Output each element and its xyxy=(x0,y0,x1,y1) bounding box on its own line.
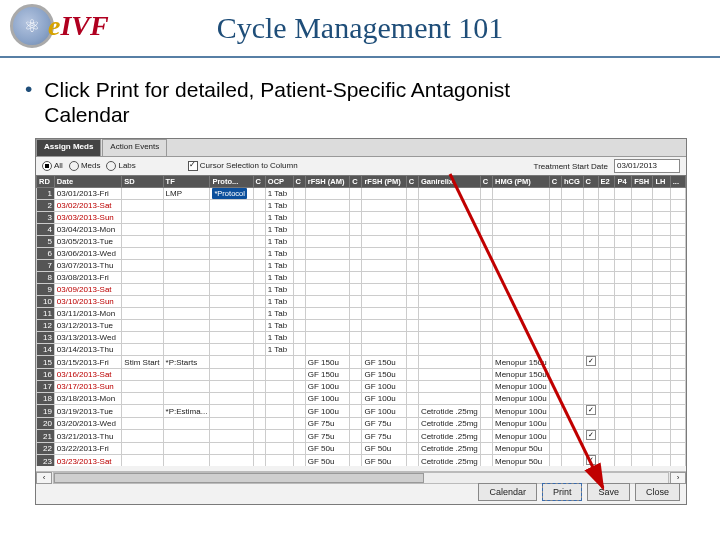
col-header[interactable]: Ganirelix xyxy=(418,176,480,188)
radio-meds[interactable]: Meds xyxy=(69,161,101,171)
col-header[interactable]: ... xyxy=(670,176,685,188)
table-row[interactable]: 1903/19/2013-Tue*P:Estima...GF 100uGF 10… xyxy=(37,405,686,418)
table-row[interactable]: 703/07/2013-Thu1 Tab xyxy=(37,260,686,272)
table-row[interactable]: 1203/12/2013-Tue1 Tab xyxy=(37,320,686,332)
table-row[interactable]: 1503/15/2013-FriStim Start*P:StartsGF 15… xyxy=(37,356,686,369)
col-header[interactable]: rFSH (AM) xyxy=(305,176,350,188)
col-header[interactable]: OCP xyxy=(265,176,293,188)
filter-row: All Meds Labs Cursor Selection to Column… xyxy=(36,157,686,175)
col-header[interactable]: RD xyxy=(37,176,55,188)
table-row[interactable]: 103/01/2013-FriLMP*Protocol1 Tab xyxy=(37,188,686,200)
col-header[interactable]: E2 xyxy=(598,176,615,188)
button-bar: Calendar Print Save Close xyxy=(478,483,680,501)
check-cursor-selection[interactable]: Cursor Selection to Column xyxy=(188,161,298,171)
col-header[interactable]: FSH xyxy=(632,176,653,188)
col-header[interactable]: hCG xyxy=(561,176,583,188)
bullet-dot-icon: • xyxy=(25,77,32,100)
table-row[interactable]: 1303/13/2013-Wed1 Tab xyxy=(37,332,686,344)
tab-action-events[interactable]: Action Events xyxy=(102,139,167,156)
table-row[interactable]: 1603/16/2013-SatGF 150uGF 150uMenopur 15… xyxy=(37,369,686,381)
table-row[interactable]: 1003/10/2013-Sun1 Tab xyxy=(37,296,686,308)
grid-wrap: RDDateSDTFProto...COCPCrFSH (AM)CrFSH (P… xyxy=(36,175,686,466)
col-header[interactable]: LH xyxy=(653,176,670,188)
table-row[interactable]: 2203/22/2013-FriGF 50uGF 50uCetrotide .2… xyxy=(37,443,686,455)
table-row[interactable]: 1103/11/2013-Mon1 Tab xyxy=(37,308,686,320)
col-header[interactable]: rFSH (PM) xyxy=(362,176,406,188)
tx-start-label: Treatment Start Date xyxy=(534,162,608,171)
table-row[interactable]: 1403/14/2013-Thu1 Tab xyxy=(37,344,686,356)
col-header[interactable]: C xyxy=(480,176,492,188)
app-window: Assign Meds Action Events All Meds Labs … xyxy=(35,138,687,505)
col-header[interactable]: C xyxy=(583,176,598,188)
col-header[interactable]: C xyxy=(406,176,418,188)
col-header[interactable]: SD xyxy=(122,176,163,188)
table-row[interactable]: 2003/20/2013-WedGF 75uGF 75uCetrotide .2… xyxy=(37,418,686,430)
col-header[interactable]: C xyxy=(293,176,305,188)
col-header[interactable]: TF xyxy=(163,176,210,188)
logo-ivf: IVF xyxy=(60,10,108,41)
table-row[interactable]: 2103/21/2013-ThuGF 75uGF 75uCetrotide .2… xyxy=(37,430,686,443)
table-row[interactable]: 2303/23/2013-SatGF 50uGF 50uCetrotide .2… xyxy=(37,455,686,467)
table-row[interactable]: 1703/17/2013-SunGF 100uGF 100uMenopur 10… xyxy=(37,381,686,393)
bullet-line2: Calendar xyxy=(44,102,510,127)
table-row[interactable]: 303/03/2013-Sun1 Tab xyxy=(37,212,686,224)
close-button[interactable]: Close xyxy=(635,483,680,501)
print-button[interactable]: Print xyxy=(542,483,583,501)
bullet-line1: Click Print for detailed, Patient-Specif… xyxy=(44,77,510,102)
radio-labs[interactable]: Labs xyxy=(106,161,135,171)
tab-strip: Assign Meds Action Events xyxy=(36,139,686,157)
table-row[interactable]: 203/02/2013-Sat1 Tab xyxy=(37,200,686,212)
save-button[interactable]: Save xyxy=(587,483,630,501)
tx-start-date-input[interactable]: 03/01/2013 xyxy=(614,159,680,173)
col-header[interactable]: P4 xyxy=(615,176,632,188)
calendar-button[interactable]: Calendar xyxy=(478,483,537,501)
meds-grid[interactable]: RDDateSDTFProto...COCPCrFSH (AM)CrFSH (P… xyxy=(36,175,686,466)
col-header[interactable]: C xyxy=(253,176,265,188)
table-row[interactable]: 603/06/2013-Wed1 Tab xyxy=(37,248,686,260)
col-header[interactable]: Date xyxy=(54,176,122,188)
table-row[interactable]: 503/05/2013-Tue1 Tab xyxy=(37,236,686,248)
logo-e: e xyxy=(48,10,60,41)
radio-all[interactable]: All xyxy=(42,161,63,171)
col-header[interactable]: C xyxy=(549,176,561,188)
col-header[interactable]: HMG (PM) xyxy=(493,176,550,188)
col-header[interactable]: Proto... xyxy=(210,176,253,188)
table-row[interactable]: 803/08/2013-Fri1 Tab xyxy=(37,272,686,284)
scroll-thumb[interactable] xyxy=(54,473,424,483)
table-row[interactable]: 403/04/2013-Mon1 Tab xyxy=(37,224,686,236)
table-row[interactable]: 903/09/2013-Sat1 Tab xyxy=(37,284,686,296)
scroll-left-icon[interactable]: ‹ xyxy=(36,472,52,484)
tab-assign-meds[interactable]: Assign Meds xyxy=(36,139,101,156)
col-header[interactable]: C xyxy=(350,176,362,188)
table-row[interactable]: 1803/18/2013-MonGF 100uGF 100uMenopur 10… xyxy=(37,393,686,405)
app-logo: ⚛ eIVF xyxy=(10,4,109,48)
